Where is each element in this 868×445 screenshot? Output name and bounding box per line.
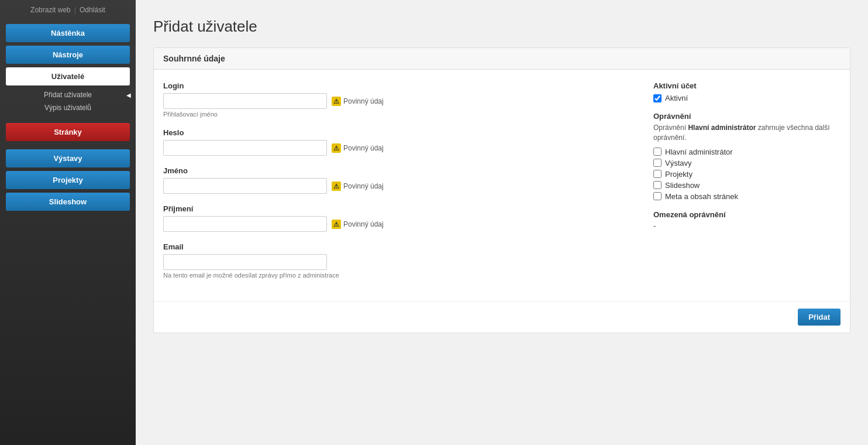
sidebar: Zobrazit web | Odhlásit Nástěnka Nástroj… [0,0,136,445]
page-title: Přidat uživatele [153,18,850,36]
warning-icon-login: ⚠ [332,97,341,106]
prijmeni-required: ⚠ Povinný údaj [332,220,384,229]
card-footer: Přidat [154,301,850,333]
warning-icon-heslo: ⚠ [332,143,341,153]
main-card: Souhrnné údaje Login ⚠ Povinný údaj Přih… [153,47,850,333]
view-web-link[interactable]: Zobrazit web [30,6,71,14]
permissions-note-bold: Hlavní administrátor [688,124,756,132]
heslo-group: Heslo ⚠ Povinný údaj [163,128,630,156]
active-checkbox-label: Aktivní [665,94,688,102]
login-input[interactable] [163,93,327,109]
heslo-input-row: ⚠ Povinný údaj [163,140,630,156]
prijmeni-label: Příjmení [163,204,630,213]
perm-projekty-row: Projekty [653,170,841,179]
perm-meta-checkbox[interactable] [653,192,662,200]
submit-button[interactable]: Přidat [798,309,841,326]
nav-nastroje[interactable]: Nástroje [6,46,130,64]
card-header: Souhrnné údaje [154,48,850,70]
active-checkbox-row: Aktivní [653,94,841,102]
nav-vystavy[interactable]: Výstavy [6,149,130,167]
login-label: Login [163,81,630,90]
perm-hlavni-admin-row: Hlavní administrátor [653,148,841,156]
jmeno-input[interactable] [163,178,327,194]
perm-projekty-label: Projekty [665,170,693,179]
permissions-title: Oprávnění [653,112,841,121]
email-hint: Na tento email je možné odesílat zprávy … [163,272,630,279]
logout-link[interactable]: Odhlásit [80,6,105,14]
perm-hlavni-admin-label: Hlavní administrátor [665,148,733,156]
login-required: ⚠ Povinný údaj [332,97,384,106]
perm-vystavy-row: Výstavy [653,159,841,167]
heslo-label: Heslo [163,128,630,137]
perm-slideshow-label: Slideshow [665,181,700,190]
heslo-required: ⚠ Povinný údaj [332,143,384,153]
perm-vystavy-checkbox[interactable] [653,159,662,167]
warning-icon-prijmeni: ⚠ [332,220,341,229]
sub-nav-uzivatele: Přidat uživatele Výpis uživatelů [0,87,136,117]
email-label: Email [163,242,630,251]
nav-pridat-uzivatele[interactable]: Přidat uživatele [0,88,136,101]
card-body: Login ⚠ Povinný údaj Přihlašovací jméno … [154,70,850,301]
heslo-input[interactable] [163,140,327,156]
perm-meta-label: Meta a obsah stránek [665,192,738,201]
sidebar-top-links: Zobrazit web | Odhlásit [0,0,136,22]
perm-vystavy-label: Výstavy [665,159,692,167]
nav-vypis-uzivatelu[interactable]: Výpis uživatelů [0,101,136,114]
limited-section: Omezená oprávnění - [653,210,841,230]
jmeno-required: ⚠ Povinný údaj [332,182,384,191]
email-input-row [163,254,630,270]
login-input-row: ⚠ Povinný údaj [163,93,630,109]
active-checkbox[interactable] [653,94,662,102]
email-group: Email Na tento email je možné odesílat z… [163,242,630,279]
nav-projekty[interactable]: Projekty [6,171,130,189]
prijmeni-group: Příjmení ⚠ Povinný údaj [163,204,630,232]
rights-section: Aktivní účet Aktivní Oprávnění Oprávnění… [653,81,841,289]
jmeno-label: Jméno [163,166,630,175]
separator: | [74,6,76,14]
form-section: Login ⚠ Povinný údaj Přihlašovací jméno … [163,81,630,289]
prijmeni-input[interactable] [163,216,327,232]
jmeno-group: Jméno ⚠ Povinný údaj [163,166,630,194]
nav-nastенка[interactable]: Nástěnka [6,24,130,42]
active-account-section: Aktivní účet Aktivní [653,81,841,102]
limited-title: Omezená oprávnění [653,210,841,219]
active-account-title: Aktivní účet [653,81,841,90]
perm-projekty-checkbox[interactable] [653,170,662,178]
main-content: Přidat uživatele Souhrnné údaje Login ⚠ … [136,0,868,445]
permissions-section: Oprávnění Oprávnění Hlavní administrátor… [653,112,841,201]
login-hint: Přihlašovací jméno [163,111,630,118]
permissions-note: Oprávnění Hlavní administrátor zahrnuje … [653,123,841,143]
warning-icon-jmeno: ⚠ [332,182,341,191]
login-group: Login ⚠ Povinný údaj Přihlašovací jméno [163,81,630,118]
jmeno-input-row: ⚠ Povinný údaj [163,178,630,194]
perm-hlavni-admin-checkbox[interactable] [653,148,662,156]
prijmeni-input-row: ⚠ Povinný údaj [163,216,630,232]
nav-uzivatele[interactable]: Uživatelé [6,67,130,85]
nav-stranky[interactable]: Stránky [6,123,130,141]
perm-slideshow-checkbox[interactable] [653,181,662,189]
perm-meta-row: Meta a obsah stránek [653,192,841,201]
perm-slideshow-row: Slideshow [653,181,841,190]
nav-slideshow[interactable]: Slideshow [6,193,130,211]
limited-value: - [653,221,841,230]
email-input[interactable] [163,254,327,270]
